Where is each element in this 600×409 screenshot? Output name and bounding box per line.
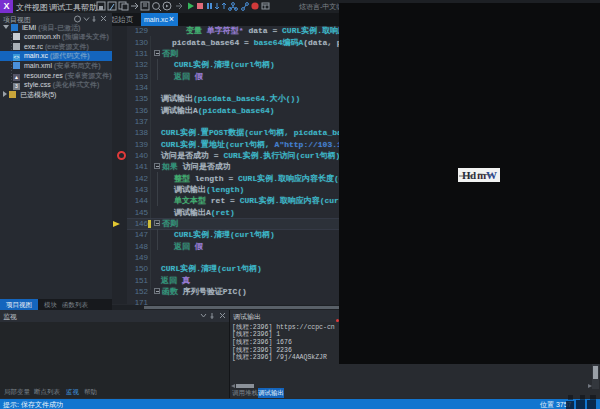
svg-text:m: m (477, 169, 486, 181)
svg-text:d: d (470, 169, 476, 181)
